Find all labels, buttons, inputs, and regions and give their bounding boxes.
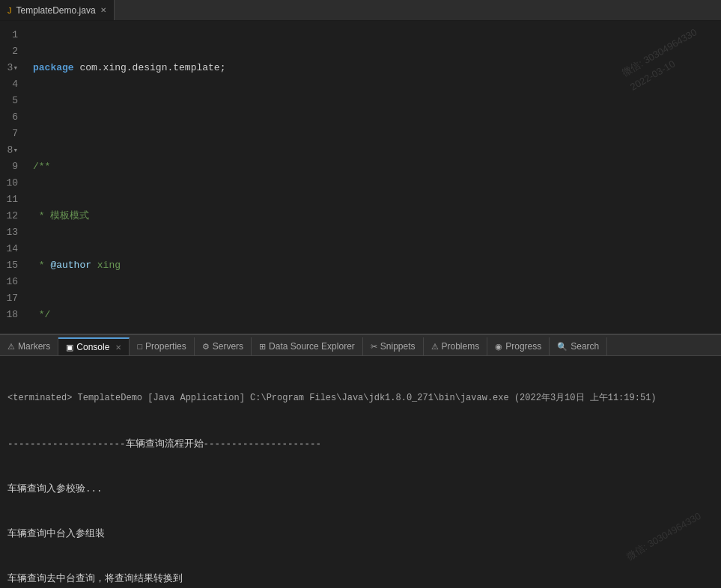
- tab-snippets[interactable]: ✂ Snippets: [363, 337, 424, 355]
- search-icon: 🔍: [557, 342, 568, 352]
- code-line-2: [27, 109, 721, 126]
- tab-progress-label: Progress: [505, 341, 541, 352]
- code-line-5: * @author xing: [27, 257, 721, 274]
- line-numbers: 1 2 3▾ 4 5 6 7 8▾ 9 10 11 12 13 14 15 16…: [0, 21, 27, 334]
- tab-close-button[interactable]: ✕: [100, 6, 106, 14]
- console-output[interactable]: <terminated> TemplateDemo [Java Applicat…: [0, 356, 721, 588]
- code-line-4: * 模板模式: [27, 208, 721, 224]
- servers-icon: ⚙: [202, 342, 210, 352]
- file-tab[interactable]: J TemplateDemo.java ✕: [0, 0, 115, 20]
- tab-properties-label: Properties: [145, 341, 186, 352]
- code-line-3: /**: [27, 159, 721, 175]
- tab-search[interactable]: 🔍 Search: [550, 337, 607, 355]
- code-line-6: */: [27, 307, 721, 323]
- console-line-1: 车辆查询入参校验...: [7, 482, 714, 497]
- panel-tab-bar: ⚠ Markers ▣ Console ✕ □ Properties ⚙ Ser…: [0, 335, 721, 356]
- panel-content: <terminated> TemplateDemo [Java Applicat…: [0, 356, 721, 588]
- console-run-header: <terminated> TemplateDemo [Java Applicat…: [7, 391, 714, 405]
- tab-console[interactable]: ▣ Console ✕: [58, 337, 130, 355]
- datasource-icon: ⊞: [259, 342, 266, 352]
- code-line-1: package com.xing.design.template;: [27, 60, 721, 76]
- tab-datasource[interactable]: ⊞ Data Source Explorer: [252, 337, 363, 355]
- tab-datasource-label: Data Source Explorer: [269, 341, 355, 352]
- tab-properties[interactable]: □ Properties: [130, 337, 194, 355]
- editor-area: 1 2 3▾ 4 5 6 7 8▾ 9 10 11 12 13 14 15 16…: [0, 21, 721, 334]
- console-close-button[interactable]: ✕: [115, 343, 121, 352]
- java-file-icon: J: [7, 6, 12, 15]
- tab-label: TemplateDemo.java: [16, 5, 96, 16]
- problems-icon: ⚠: [431, 342, 439, 352]
- tab-problems-label: Problems: [442, 341, 480, 352]
- progress-icon: ◉: [495, 342, 502, 352]
- console-icon: ▣: [66, 343, 73, 352]
- snippets-icon: ✂: [371, 342, 377, 352]
- tab-progress[interactable]: ◉ Progress: [487, 337, 550, 355]
- tab-servers[interactable]: ⚙ Servers: [195, 337, 252, 355]
- tab-markers[interactable]: ⚠ Markers: [0, 337, 58, 355]
- console-line-3: 车辆查询去中台查询，将查询结果转换到: [7, 572, 714, 587]
- tab-bar: J TemplateDemo.java ✕: [0, 0, 721, 21]
- tab-problems[interactable]: ⚠ Problems: [424, 337, 488, 355]
- tab-console-label: Console: [76, 342, 109, 352]
- properties-icon: □: [137, 342, 142, 351]
- code-editor[interactable]: package com.xing.design.template; /** * …: [27, 21, 721, 334]
- markers-icon: ⚠: [7, 342, 15, 352]
- console-line-2: 车辆查询中台入参组装: [7, 527, 714, 542]
- console-line-0: ---------------------车辆查询流程开始-----------…: [7, 437, 714, 452]
- tab-servers-label: Servers: [213, 341, 243, 352]
- tab-markers-label: Markers: [18, 341, 50, 352]
- tab-snippets-label: Snippets: [380, 341, 416, 352]
- tab-search-label: Search: [571, 341, 599, 352]
- bottom-panel: ⚠ Markers ▣ Console ✕ □ Properties ⚙ Ser…: [0, 334, 721, 588]
